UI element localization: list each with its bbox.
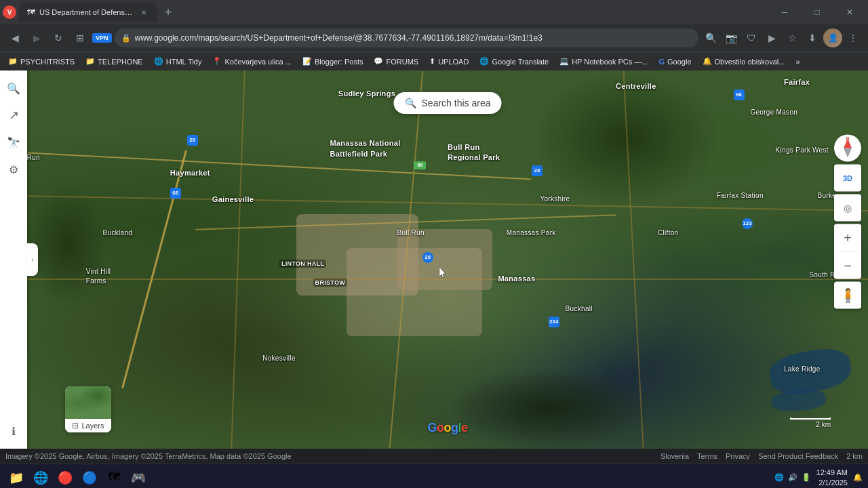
bookmark-blogger[interactable]: 📝 Blogger: Posts — [300, 56, 366, 67]
grid-btn[interactable]: ⊞ — [71, 28, 90, 47]
zoom-in-btn[interactable]: + — [834, 224, 861, 251]
active-tab[interactable]: 🗺 US Department of Defense - Google Maps… — [19, 3, 157, 22]
bookmark-psychitrists[interactable]: 📁 PSYCHITRISTS — [5, 56, 77, 67]
view-3d-btn[interactable]: 3D — [834, 165, 861, 192]
my-location-btn[interactable]: ◎ — [834, 195, 861, 222]
bookmark-upload[interactable]: ⬆ UPLOAD — [427, 56, 471, 67]
google-watermark: Google — [427, 421, 467, 435]
minimize-btn[interactable]: ─ — [769, 0, 800, 24]
taskbar-maps-icon[interactable]: 🗺 — [103, 467, 125, 489]
taskbar-start-icon[interactable]: 📁 — [5, 467, 27, 489]
browser-window: V 🗺 US Department of Defense - Google Ma… — [0, 0, 868, 464]
label-yorkshire: Yorkshire — [540, 195, 570, 203]
map-area[interactable]: 29 66 66 28 28 66 123 234 Sudley Springs… — [27, 70, 868, 449]
status-link-terms[interactable]: Terms — [697, 452, 717, 460]
more-bookmarks-btn[interactable]: » — [793, 56, 802, 67]
tray-volume-icon[interactable]: 🔊 — [788, 473, 797, 482]
tab-close-btn[interactable]: ✕ — [138, 7, 149, 18]
bookmark-forums[interactable]: 💬 FORUMS — [371, 56, 421, 67]
reload-btn[interactable]: ↻ — [49, 28, 68, 47]
forward-btn[interactable]: ▶ — [27, 28, 46, 47]
screenshot-btn[interactable]: 📷 — [722, 28, 741, 47]
more-btn[interactable]: ⋮ — [844, 28, 863, 47]
tab-bar: V 🗺 US Department of Defense - Google Ma… — [0, 0, 868, 24]
sidebar-settings-icon[interactable]: ⚙ — [1, 157, 26, 182]
status-bar: Imagery ©2025 Google, Airbus, Imagery ©2… — [0, 449, 868, 464]
new-tab-btn[interactable]: + — [159, 3, 178, 22]
scale-bar: 2 km — [790, 418, 831, 428]
maximize-btn[interactable]: □ — [802, 0, 833, 24]
tab-title: US Department of Defense - Google Maps — [39, 8, 134, 16]
scale-line — [790, 418, 831, 420]
bookmark-icon: 💻 — [559, 57, 569, 66]
layers-btn[interactable]: ⊟ Layers — [65, 386, 111, 432]
label-fairfax-station: Fairfax Station — [717, 192, 764, 199]
profile-avatar[interactable]: 👤 — [823, 28, 842, 47]
layers-label: Layers — [81, 422, 104, 430]
sidebar-info-icon[interactable]: ℹ — [1, 419, 26, 443]
bookmark-google[interactable]: G Google — [656, 56, 694, 67]
status-link-feedback[interactable]: Send Product Feedback — [758, 452, 838, 460]
system-tray: 🌐 🔊 🔋 — [774, 473, 811, 482]
status-link-slovenia[interactable]: Slovenia — [660, 452, 689, 460]
map-satellite-bg: 29 66 66 28 28 66 123 234 Sudley Springs… — [27, 70, 868, 449]
download-btn[interactable]: ⬇ — [803, 28, 822, 47]
notifications-icon[interactable]: 🔔 — [853, 473, 863, 482]
status-link-privacy[interactable]: Privacy — [726, 452, 750, 460]
tray-network-icon[interactable]: 🌐 — [774, 473, 784, 482]
layers-stack-icon: ⊟ — [72, 421, 79, 430]
back-btn[interactable]: ◀ — [5, 28, 24, 47]
date-display: 2/1/2025 — [818, 478, 848, 487]
bookmark-translate[interactable]: 🌐 Google Translate — [477, 56, 551, 67]
taskbar-app3-icon[interactable]: 🔵 — [79, 467, 100, 489]
close-btn[interactable]: ✕ — [834, 0, 865, 24]
maps-sidebar: 🔍 ↗ 🔭 ⚙ ℹ — [0, 70, 27, 449]
zoom-controls: + − — [834, 224, 861, 279]
address-bar[interactable]: 🔒 www.google.com/maps/search/US+Departme… — [115, 28, 698, 47]
bookmark-htmltidy[interactable]: 🌐 HTML Tidy — [151, 56, 205, 67]
label-sudley-springs: Sudley Springs — [338, 89, 395, 98]
sidebar-directions-icon[interactable]: ↗ — [1, 103, 26, 127]
status-scale: 2 km — [846, 452, 863, 460]
status-links: Slovenia Terms Privacy Send Product Feed… — [660, 452, 863, 460]
label-george-mason: George Mason — [750, 108, 797, 116]
pegman-btn[interactable]: 🧍 — [834, 282, 861, 309]
zoom-out-btn[interactable]: − — [834, 252, 861, 279]
layers-thumbnail — [65, 386, 111, 419]
label-manassas-nbp: Manassas NationalBattlefield Park — [330, 138, 400, 159]
compass-btn[interactable]: N — [834, 135, 861, 162]
layers-label-bar: ⊟ Layers — [65, 419, 111, 432]
sidebar-explore-icon[interactable]: 🔭 — [1, 130, 26, 155]
sidebar-toggle-btn[interactable]: › — [27, 243, 38, 276]
browser-controls-right: 🔍 📷 🛡 ▶ ☆ ⬇ 👤 ⋮ — [701, 28, 863, 47]
bookmark-icon: 🔔 — [703, 57, 712, 66]
vpn-badge: VPN — [92, 33, 112, 43]
bookmark-kocevarjeva[interactable]: 📍 Kočevarjeva ulica ... — [210, 56, 294, 67]
taskbar-app5-icon[interactable]: 🎮 — [127, 467, 149, 489]
label-clifton: Clifton — [658, 229, 678, 237]
shield-icon[interactable]: 🛡 — [742, 28, 761, 47]
bookmark-icon: 🌐 — [154, 57, 163, 66]
bookmark-icon: 📁 — [85, 57, 95, 66]
time-display: 12:49 AM — [816, 468, 848, 477]
sidebar-search-icon[interactable]: 🔍 — [1, 76, 26, 100]
bookmark-icon: ⬆ — [429, 57, 435, 66]
bookmark-telephone[interactable]: 📁 TELEPHONE — [83, 56, 146, 67]
search-area-btn[interactable]: 🔍 Search this area — [394, 92, 502, 114]
search-btn[interactable]: 🔍 — [701, 28, 720, 47]
search-area-label: Search this area — [422, 98, 491, 108]
bookmark-obvestilo[interactable]: 🔔 Obvestilo obiskoval... — [700, 56, 788, 67]
label-bull-run-park: Bull RunRegional Park — [448, 142, 500, 163]
play-btn[interactable]: ▶ — [762, 28, 781, 47]
taskbar-app2-icon[interactable]: 🔴 — [54, 467, 76, 489]
browser-menu-btn[interactable]: V — [3, 5, 16, 19]
clock: 12:49 AM 2/1/2025 — [816, 468, 848, 487]
label-buckhall: Buckhall — [566, 305, 593, 312]
bookmark-hp[interactable]: 💻 HP Notebook PCs —... — [557, 56, 650, 67]
label-fairfax: Fairfax — [784, 78, 810, 86]
lock-icon: 🔒 — [121, 34, 131, 43]
star-btn[interactable]: ☆ — [783, 28, 802, 47]
taskbar-browser-icon[interactable]: 🌐 — [30, 467, 52, 489]
search-icon: 🔍 — [405, 98, 416, 108]
map-controls: N 3D ◎ + − 🧍 — [834, 135, 861, 309]
